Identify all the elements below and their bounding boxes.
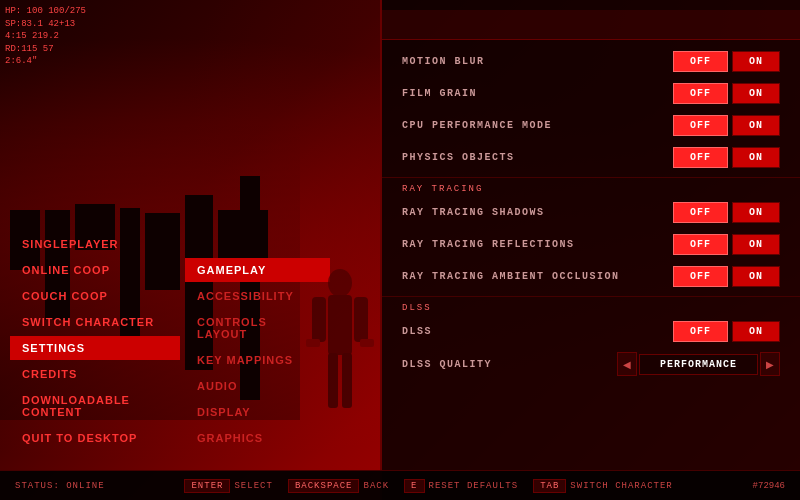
rt-shadows-toggle: OFF ON (673, 202, 780, 223)
dlss-quality-controls: ◀ PERFORMANCE ▶ (617, 352, 780, 376)
e-label: RESET DEFAULTS (429, 481, 519, 491)
settings-row-physics-objects: PHYSICS OBJECTS OFF ON (382, 141, 800, 173)
hud-stats: HP: 100 100/275 SP:83.1 42+13 4:15 219.2… (5, 5, 86, 68)
rt-ao-off[interactable]: OFF (673, 266, 728, 287)
dlss-header: DLSS (382, 296, 800, 315)
hud-stat-5: 2:6.4" (5, 55, 86, 68)
rt-reflections-label: RAY TRACING REFLECTIONS (402, 239, 575, 250)
physics-objects-label: PHYSICS OBJECTS (402, 152, 515, 163)
enter-label: SELECT (234, 481, 272, 491)
backspace-key[interactable]: BACKSPACE (288, 479, 360, 493)
build-number: #72946 (753, 481, 785, 491)
film-grain-off[interactable]: OFF (673, 83, 728, 104)
tab-label: SWITCH CHARACTER (570, 481, 672, 491)
bottom-bar: STATUS: ONLINE ENTER SELECT BACKSPACE BA… (0, 470, 800, 500)
backspace-label: BACK (363, 481, 389, 491)
ray-tracing-header: RAY TRACING (382, 177, 800, 196)
bottom-btn-backspace: BACKSPACE BACK (288, 479, 389, 493)
bottom-btn-e: E RESET DEFAULTS (404, 479, 518, 493)
e-key[interactable]: E (404, 479, 424, 493)
cpu-performance-off[interactable]: OFF (673, 115, 728, 136)
rt-reflections-toggle: OFF ON (673, 234, 780, 255)
film-grain-on[interactable]: ON (732, 83, 780, 104)
cpu-performance-label: CPU PERFORMANCE MODE (402, 120, 552, 131)
settings-row-motion-blur: MOTION BLUR OFF ON (382, 45, 800, 77)
bottom-controls: ENTER SELECT BACKSPACE BACK E RESET DEFA… (184, 479, 672, 493)
dlss-on[interactable]: ON (732, 321, 780, 342)
svg-rect-1 (328, 295, 352, 355)
status-text: STATUS: ONLINE (15, 481, 105, 491)
rt-ao-on[interactable]: ON (732, 266, 780, 287)
enter-key[interactable]: ENTER (184, 479, 230, 493)
physics-objects-on[interactable]: ON (732, 147, 780, 168)
motion-blur-off[interactable]: OFF (673, 51, 728, 72)
svg-rect-7 (360, 339, 374, 347)
bottom-btn-tab: TAB SWITCH CHARACTER (533, 479, 673, 493)
cpu-performance-toggle: OFF ON (673, 115, 780, 136)
motion-blur-label: MOTION BLUR (402, 56, 485, 67)
svg-point-0 (328, 269, 352, 297)
settings-row-dlss: DLSS OFF ON (382, 315, 800, 347)
rt-reflections-on[interactable]: ON (732, 234, 780, 255)
rt-shadows-off[interactable]: OFF (673, 202, 728, 223)
rt-reflections-off[interactable]: OFF (673, 234, 728, 255)
tab-key[interactable]: TAB (533, 479, 566, 493)
hud-stat-4: RD:115 57 (5, 43, 86, 56)
bottom-btn-enter: ENTER SELECT (184, 479, 272, 493)
sidebar-item-downloadable-content[interactable]: DOWNLOADABLE CONTENT (10, 388, 180, 424)
settings-panel: MOTION BLUR OFF ON FILM GRAIN OFF ON CPU… (380, 0, 800, 500)
rt-ao-label: RAY TRACING AMBIENT OCCLUSION (402, 271, 620, 282)
settings-row-film-grain: FILM GRAIN OFF ON (382, 77, 800, 109)
motion-blur-toggle: OFF ON (673, 51, 780, 72)
dlss-quality-left-arrow[interactable]: ◀ (617, 352, 637, 376)
svg-rect-2 (312, 297, 326, 342)
dlss-quality-right-arrow[interactable]: ▶ (760, 352, 780, 376)
dlss-off[interactable]: OFF (673, 321, 728, 342)
settings-row-rt-ao: RAY TRACING AMBIENT OCCLUSION OFF ON (382, 260, 800, 292)
left-sidebar: SINGLEPLAYER ONLINE COOP COUCH COOP SWIT… (0, 0, 190, 500)
rt-shadows-label: RAY TRACING SHADOWS (402, 207, 545, 218)
physics-objects-off[interactable]: OFF (673, 147, 728, 168)
sidebar-item-switch-character[interactable]: SWITCH CHARACTER (10, 310, 180, 334)
dlss-quality-value: PERFORMANCE (639, 354, 758, 375)
settings-row-rt-shadows: RAY TRACING SHADOWS OFF ON (382, 196, 800, 228)
sidebar-item-online-coop[interactable]: ONLINE COOP (10, 258, 180, 282)
svg-rect-5 (342, 353, 352, 408)
svg-rect-4 (328, 353, 338, 408)
hud-stat-1: HP: 100 100/275 (5, 5, 86, 18)
dlss-toggle-group: OFF ON (673, 321, 780, 342)
dlss-quality-row: DLSS QUALITY ◀ PERFORMANCE ▶ (382, 347, 800, 381)
settings-row-cpu-performance: CPU PERFORMANCE MODE OFF ON (382, 109, 800, 141)
rt-shadows-on[interactable]: ON (732, 202, 780, 223)
settings-row-rt-reflections: RAY TRACING REFLECTIONS OFF ON (382, 228, 800, 260)
sidebar-item-quit-to-desktop[interactable]: QUIT TO DESKTOP (10, 426, 180, 450)
hud-stat-2: SP:83.1 42+13 (5, 18, 86, 31)
dlss-quality-label: DLSS QUALITY (402, 359, 492, 370)
rt-ao-toggle: OFF ON (673, 266, 780, 287)
film-grain-toggle: OFF ON (673, 83, 780, 104)
sidebar-item-singleplayer[interactable]: SINGLEPLAYER (10, 232, 180, 256)
sidebar-item-couch-coop[interactable]: COUCH COOP (10, 284, 180, 308)
svg-rect-6 (306, 339, 320, 347)
settings-top-bar (382, 10, 800, 40)
character-silhouette (300, 265, 380, 465)
motion-blur-on[interactable]: ON (732, 51, 780, 72)
physics-objects-toggle: OFF ON (673, 147, 780, 168)
sidebar-item-settings[interactable]: SETTINGS (10, 336, 180, 360)
hud-stat-3: 4:15 219.2 (5, 30, 86, 43)
dlss-toggle-label: DLSS (402, 326, 432, 337)
svg-rect-3 (354, 297, 368, 342)
sidebar-item-credits[interactable]: CREDITS (10, 362, 180, 386)
film-grain-label: FILM GRAIN (402, 88, 477, 99)
cpu-performance-on[interactable]: ON (732, 115, 780, 136)
